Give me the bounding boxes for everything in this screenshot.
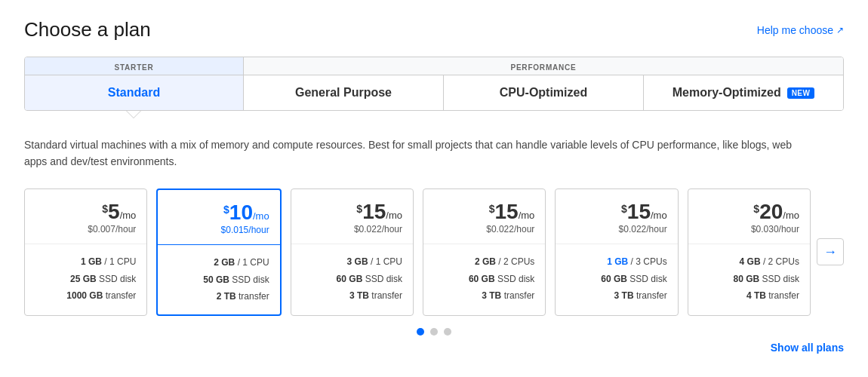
spec-line-3-1: 3 GB / 1 CPU	[302, 253, 402, 271]
general-purpose-option[interactable]: General Purpose	[244, 75, 444, 110]
pricing-card-3[interactable]: $ 15 /mo $0.022/hour3 GB / 1 CPU60 GB SS…	[291, 188, 414, 316]
spec-label-6-2: SSD disk	[759, 274, 799, 284]
plan-description: Standard virtual machines with a mix of …	[24, 136, 803, 170]
page-footer: Show all plans	[24, 342, 844, 354]
price-dollar-3: $	[356, 203, 362, 215]
pricing-card-4[interactable]: $ 15 /mo $0.022/hour2 GB / 2 CPUs60 GB S…	[423, 188, 546, 316]
price-period-6: /mo	[783, 210, 799, 221]
spec-label-2-3: transfer	[236, 291, 269, 302]
general-purpose-label: General Purpose	[295, 86, 392, 100]
spec-line-1-3: 1000 GB transfer	[35, 287, 136, 305]
help-me-choose-link[interactable]: Help me choose ↗	[757, 24, 844, 36]
cpu-optimized-label: CPU-Optimized	[500, 86, 587, 100]
pricing-cards: $ 5 /mo $0.007/hour1 GB / 1 CPU25 GB SSD…	[24, 188, 811, 316]
starter-label: STARTER	[25, 57, 243, 75]
spec-value-1-2: 25 GB	[70, 274, 97, 284]
pricing-card-1[interactable]: $ 5 /mo $0.007/hour1 GB / 1 CPU25 GB SSD…	[24, 188, 147, 316]
spec-label-2-2: SSD disk	[229, 274, 269, 285]
new-badge: NEW	[787, 87, 815, 99]
price-amount-3: 15	[362, 201, 386, 222]
price-period-2: /mo	[253, 210, 269, 222]
spec-line-4-1: 2 GB / 2 CPUs	[434, 253, 534, 271]
spec-label-3-3: transfer	[369, 290, 402, 301]
spec-line-5-3: 3 TB transfer	[566, 287, 666, 305]
spec-line-2-2: 50 GB SSD disk	[168, 271, 269, 289]
cpu-optimized-option[interactable]: CPU-Optimized	[444, 75, 644, 110]
pricing-card-2[interactable]: $ 10 /mo $0.015/hour2 GB / 1 CPU50 GB SS…	[156, 188, 281, 316]
spec-line-3-3: 3 TB transfer	[302, 287, 402, 305]
spec-value-6-2: 80 GB	[734, 274, 760, 284]
price-main-6: $ 20 /mo	[699, 201, 799, 222]
price-period-4: /mo	[519, 210, 535, 221]
price-period-3: /mo	[386, 210, 402, 221]
performance-label: PERFORMANCE	[244, 57, 843, 75]
card-price-section-5: $ 15 /mo $0.022/hour	[556, 189, 677, 244]
spec-value-6-1: 4 GB	[740, 256, 761, 267]
spec-value-4-1: 2 GB	[475, 256, 496, 267]
price-hourly-3: $0.022/hour	[302, 224, 402, 234]
spec-line-6-1: 4 GB / 2 CPUs	[699, 253, 799, 271]
spec-line-1-2: 25 GB SSD disk	[35, 271, 136, 288]
show-all-plans-link[interactable]: Show all plans	[771, 342, 844, 354]
spec-label-4-3: transfer	[501, 290, 534, 301]
spec-label-4-1: / 2 CPUs	[496, 256, 534, 267]
price-dollar-5: $	[621, 203, 627, 215]
spec-value-2-1: 2 GB	[214, 257, 235, 268]
price-amount-6: 20	[759, 201, 783, 222]
spec-label-5-1: / 3 CPUs	[628, 256, 666, 267]
arrow-right-icon: →	[823, 244, 837, 260]
dot-1[interactable]	[417, 328, 424, 336]
pricing-card-5[interactable]: $ 15 /mo $0.022/hour1 GB / 3 CPUs60 GB S…	[555, 188, 678, 316]
price-dollar-1: $	[102, 203, 108, 215]
external-link-icon: ↗	[836, 25, 844, 35]
spec-value-3-1: 3 GB	[347, 256, 368, 267]
price-hourly-5: $0.022/hour	[566, 224, 666, 234]
price-hourly-2: $0.015/hour	[168, 225, 269, 235]
spec-label-1-1: / 1 CPU	[102, 256, 136, 267]
dot-2[interactable]	[430, 328, 438, 336]
spec-label-5-2: SSD disk	[627, 274, 667, 284]
page-title: Choose a plan	[24, 18, 151, 41]
price-main-1: $ 5 /mo	[35, 201, 136, 222]
card-specs-section-4: 2 GB / 2 CPUs60 GB SSD disk3 TB transfer	[423, 244, 545, 314]
price-amount-4: 15	[494, 201, 518, 222]
standard-tab-option[interactable]: Standard	[25, 75, 243, 110]
spec-line-6-2: 80 GB SSD disk	[699, 271, 799, 288]
spec-line-2-3: 2 TB transfer	[168, 288, 269, 305]
price-main-2: $ 10 /mo	[168, 202, 269, 223]
spec-label-6-3: transfer	[766, 290, 799, 301]
card-specs-section-5: 1 GB / 3 CPUs60 GB SSD disk3 TB transfer	[556, 244, 677, 314]
spec-label-2-1: / 1 CPU	[235, 257, 269, 268]
card-price-section-3: $ 15 /mo $0.022/hour	[291, 189, 413, 244]
spec-line-5-1: 1 GB / 3 CPUs	[566, 253, 666, 271]
price-amount-5: 15	[627, 201, 651, 222]
price-period-1: /mo	[120, 210, 137, 221]
spec-label-4-2: SSD disk	[495, 274, 535, 284]
spec-label-3-2: SSD disk	[362, 274, 402, 284]
next-arrow-button[interactable]: →	[817, 238, 844, 265]
card-price-section-4: $ 15 /mo $0.022/hour	[423, 189, 545, 244]
price-amount-1: 5	[108, 201, 120, 222]
dot-3[interactable]	[444, 328, 451, 336]
pricing-card-6[interactable]: $ 20 /mo $0.030/hour4 GB / 2 CPUs80 GB S…	[688, 188, 811, 316]
card-price-section-2: $ 10 /mo $0.015/hour	[158, 190, 279, 245]
price-period-5: /mo	[651, 210, 667, 221]
spec-label-1-3: transfer	[103, 290, 136, 301]
price-amount-2: 10	[229, 202, 253, 223]
spec-value-1-1: 1 GB	[81, 256, 102, 267]
spec-label-5-3: transfer	[634, 290, 667, 301]
spec-value-4-2: 60 GB	[469, 274, 495, 284]
triangle-indicator	[126, 111, 141, 118]
memory-optimized-option[interactable]: Memory-Optimized NEW	[644, 75, 843, 110]
card-specs-section-3: 3 GB / 1 CPU60 GB SSD disk3 TB transfer	[291, 244, 413, 314]
carousel-dots	[24, 328, 844, 336]
spec-value-4-3: 3 TB	[482, 290, 501, 301]
card-specs-section-2: 2 GB / 1 CPU50 GB SSD disk2 TB transfer	[158, 245, 279, 314]
tab-starter[interactable]: STARTER Standard	[25, 57, 244, 110]
spec-value-5-2: 60 GB	[601, 274, 627, 284]
card-price-section-1: $ 5 /mo $0.007/hour	[25, 189, 146, 244]
price-main-3: $ 15 /mo	[302, 201, 402, 222]
price-dollar-2: $	[223, 204, 229, 216]
spec-value-3-3: 3 TB	[349, 290, 369, 301]
price-dollar-4: $	[489, 203, 495, 215]
